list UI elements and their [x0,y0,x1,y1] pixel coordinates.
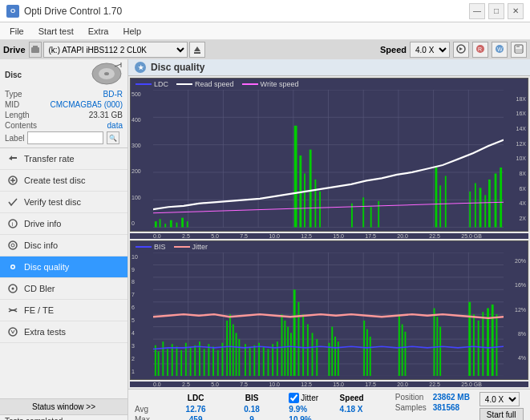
svg-rect-10 [516,45,520,47]
drive-select[interactable]: (k:) ATAPI iHBS112 2 CL0K [43,42,188,58]
speed-section: Speed 4.0 X R W [380,42,527,58]
nav-drive-info[interactable]: i Drive info [0,213,127,235]
start-full-button[interactable]: Start full [479,408,524,420]
svg-rect-103 [204,349,205,376]
speed-icon-2[interactable]: R [472,42,488,58]
speed-select[interactable]: 4.0 X [410,42,450,58]
avg-speed: 4.18 X [337,404,380,414]
write-speed-legend: Write speed [242,80,299,88]
disc-panel: Disc Type BD-R MID CMCMAGBA5 (000) [0,59,127,148]
save-button[interactable] [511,42,527,58]
speed-icon-1[interactable] [453,42,469,58]
svg-rect-122 [284,321,285,376]
main-layout: Disc Type BD-R MID CMCMAGBA5 (000) [0,59,530,420]
drive-section: Drive (k:) ATAPI iHBS112 2 CL0K [3,42,374,58]
svg-rect-146 [478,321,479,376]
speed-dropdown[interactable]: 4.0 X [479,392,520,406]
menu-help[interactable]: Help [116,25,148,38]
bis-col-header: BIS [227,392,277,404]
sidebar: Disc Type BD-R MID CMCMAGBA5 (000) [0,59,128,420]
disc-quality-title: Disc quality [151,62,204,73]
eject-button[interactable] [189,42,205,58]
content-area: ★ Disc quality LDC Read speed [128,59,530,420]
label-button[interactable]: 🔍 [107,131,119,144]
svg-rect-128 [307,324,309,376]
svg-rect-47 [164,224,166,227]
nav-create-test-disc[interactable]: Create test disc [0,170,127,192]
svg-rect-109 [229,314,231,376]
svg-rect-61 [378,201,379,228]
svg-rect-111 [236,333,237,376]
svg-marker-2 [194,46,200,51]
svg-text:W: W [497,46,503,52]
toolbar: Drive (k:) ATAPI iHBS112 2 CL0K Speed 4.… [0,40,530,59]
avg-row-label: Avg [131,404,164,414]
svg-rect-132 [331,326,333,376]
maximize-button[interactable]: □ [488,3,504,19]
create-test-disc-icon [6,174,19,187]
svg-rect-66 [475,183,476,227]
svg-rect-134 [338,341,339,376]
svg-rect-93 [158,351,160,376]
svg-rect-150 [496,314,498,376]
sidebar-bottom: Status window >> Tests completed 100.0% … [0,398,127,420]
svg-rect-129 [312,333,314,376]
nav-disc-quality[interactable]: Disc quality [0,256,127,278]
minimize-button[interactable]: — [469,3,485,19]
svg-rect-123 [287,326,289,376]
chart2-x-axis: 0.0 2.5 5.0 7.5 10.0 12.5 15.0 17.5 20.0… [130,382,528,387]
nav-extra-tests[interactable]: Extra tests [0,321,127,343]
svg-rect-64 [445,176,447,227]
drive-icon [29,42,42,58]
avg-bis: 0.18 [227,404,277,414]
svg-text:i: i [12,220,14,228]
length-value: 23.31 GB [89,111,123,119]
menu-extra[interactable]: Extra [82,25,115,38]
svg-point-26 [12,266,14,269]
nav-disc-info[interactable]: Disc info [0,235,127,256]
svg-rect-117 [263,346,265,376]
svg-rect-140 [405,331,407,376]
menu-file[interactable]: File [3,25,30,38]
jitter-legend: Jitter [174,243,208,251]
disc-section-title: Disc [5,71,22,79]
nav-drive-info-label: Drive info [24,219,61,228]
charts-area: LDC Read speed Write speed 500 [128,76,530,389]
svg-rect-147 [482,312,483,376]
status-window-button[interactable]: Status window >> [0,399,127,415]
position-value: 23862 MB [430,392,473,402]
svg-point-14 [104,72,109,75]
svg-rect-106 [217,350,219,376]
nav-cd-bler[interactable]: CD Bler [0,278,127,300]
svg-rect-107 [222,342,224,376]
svg-rect-70 [495,173,497,227]
right-stats-section: Position 23862 MB Samples 381568 4.0 X S… [392,392,527,420]
svg-point-23 [11,244,14,247]
bis-chart-plot [153,252,504,376]
jitter-checkbox[interactable] [289,393,299,403]
max-jitter: 10.9% [285,414,336,420]
svg-rect-120 [277,341,278,376]
svg-rect-63 [439,185,441,227]
svg-rect-104 [208,344,209,376]
drive-info-icon: i [6,217,19,230]
app-icon: O [6,5,19,18]
nav-fe-te[interactable]: FE / TE [0,300,127,321]
title-bar: O Opti Drive Control 1.70 — □ ✕ [0,0,530,22]
svg-rect-145 [473,314,475,376]
nav-extra-tests-label: Extra tests [24,327,66,337]
disc-quality-icon [6,260,19,273]
nav-transfer-rate[interactable]: Transfer rate [0,148,127,170]
samples-label: Samples [392,402,430,413]
nav-items: Transfer rate Create test disc Verify te… [0,148,127,398]
svg-rect-141 [434,308,435,376]
label-input[interactable] [27,131,103,144]
close-button[interactable]: ✕ [508,3,524,19]
nav-verify-test-disc[interactable]: Verify test disc [0,192,127,213]
svg-rect-97 [176,346,178,376]
menu-start-test[interactable]: Start test [32,25,80,38]
stats-table: LDC BIS Jitter Speed Avg 12.76 0.18 9.9% [131,392,389,420]
disc-visual [91,63,123,87]
disc-info-icon [6,239,19,252]
speed-icon-3[interactable]: W [492,42,508,58]
